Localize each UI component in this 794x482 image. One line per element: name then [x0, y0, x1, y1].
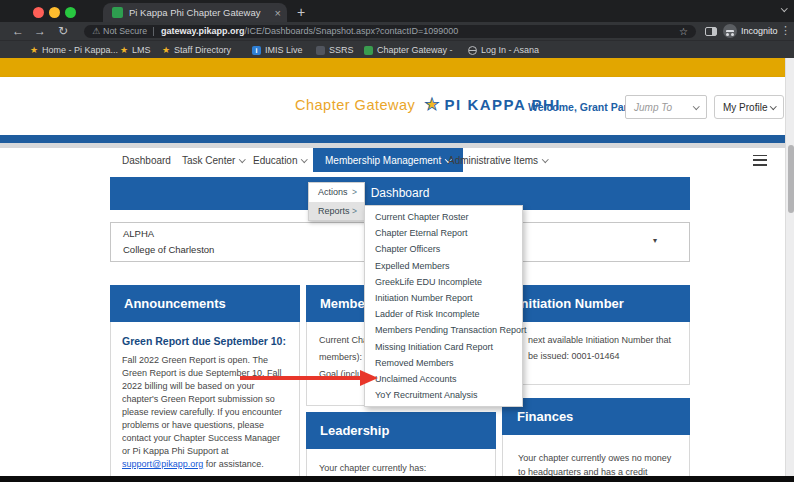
bookmark-lms[interactable]: ★ LMS: [120, 41, 151, 59]
finances-card-header: Finances: [502, 398, 690, 435]
my-profile-button[interactable]: My Profile: [714, 95, 784, 119]
window-bottom-edge: [0, 476, 794, 482]
browser-menu-icon[interactable]: ⋮: [780, 24, 791, 37]
nav-item-education[interactable]: Education: [253, 148, 307, 172]
bookmark-ssrs[interactable]: SSRS: [316, 41, 354, 59]
chapter-gateway-icon: [364, 46, 373, 55]
submenu-item-chapter-officers[interactable]: Chapter Officers: [365, 241, 522, 257]
chapter-code: ALPHA: [123, 228, 154, 239]
submenu-arrow-icon: >: [352, 187, 357, 197]
submenu-item-unclaimed-accounts[interactable]: Unclaimed Accounts: [365, 371, 522, 387]
reload-icon[interactable]: ↻: [58, 24, 68, 38]
jump-to-select[interactable]: Jump To: [625, 95, 707, 119]
site-favicon-icon: [112, 7, 123, 18]
url-path: /ICE/Dashboards/Snapshot.aspx?contactID=…: [244, 26, 673, 36]
bookmarks-bar: ★ Home - Pi Kappa... ★ LMS ★ Staff Direc…: [0, 40, 794, 58]
bookmark-imis-live[interactable]: i IMIS Live: [252, 41, 303, 59]
not-secure-warning-icon: ⚠: [92, 26, 100, 36]
submenu-item-chapter-eternal-report[interactable]: Chapter Eternal Report: [365, 225, 522, 241]
support-email-link[interactable]: support@pikapp.org: [122, 459, 203, 469]
incognito-icon: [723, 24, 737, 38]
chevron-down-icon: [693, 103, 699, 109]
brand-logo[interactable]: Chapter Gateway ★ PI KAPPA PHI: [295, 96, 561, 113]
page-scrollbar[interactable]: [785, 58, 794, 477]
nav-item-administrative-items[interactable]: Administrative Items: [448, 148, 548, 172]
window-zoom-icon[interactable]: [65, 7, 76, 18]
reports-submenu: Current Chapter Roster Chapter Eternal R…: [364, 205, 523, 407]
bookmark-asana[interactable]: Log In - Asana: [468, 41, 539, 59]
submenu-item-greeklife-edu-incomplete[interactable]: GreekLife EDU Incomplete: [365, 274, 522, 290]
leadership-card-header: Leadership: [306, 412, 496, 449]
chevron-down-icon: [302, 156, 308, 162]
tab-close-icon[interactable]: ×: [275, 7, 281, 19]
url-bar[interactable]: ⚠ Not Secure gateway.pikapp.org /ICE/Das…: [84, 25, 696, 39]
announcement-heading: Green Report due September 10:: [122, 335, 288, 347]
submenu-item-initiation-number-report[interactable]: Initiation Number Report: [365, 290, 522, 306]
page-title: Dashboard: [371, 186, 430, 200]
submenu-item-current-chapter-roster[interactable]: Current Chapter Roster: [365, 209, 522, 225]
red-annotation-arrow: [238, 368, 380, 388]
url-separator: [153, 27, 154, 36]
submenu-item-missing-initiation-card-report[interactable]: Missing Initiation Card Report: [365, 339, 522, 355]
scrollbar-thumb[interactable]: [788, 145, 794, 213]
menu-item-reports[interactable]: Reports >: [309, 202, 364, 221]
hamburger-menu-icon[interactable]: [753, 155, 767, 166]
side-panel-icon[interactable]: [705, 27, 717, 36]
pi-kappa-phi-star-icon: ★: [424, 96, 439, 113]
submenu-item-members-pending-transaction-report[interactable]: Members Pending Transaction Report: [365, 322, 522, 338]
incognito-badge: Incognito: [723, 24, 778, 39]
brand-script-text: Chapter Gateway: [295, 97, 415, 113]
initiation-number-card-header: Initiation Number: [502, 285, 690, 322]
submenu-item-expelled-members[interactable]: Expelled Members: [365, 258, 522, 274]
site-nav: Dashboard Task Center Education Membersh…: [97, 148, 697, 172]
nav-item-dashboard[interactable]: Dashboard: [122, 148, 171, 172]
url-domain: gateway.pikapp.org: [161, 26, 244, 36]
tab-search-chevron-icon[interactable]: [781, 5, 787, 11]
bookmark-star-icon: ★: [30, 45, 38, 55]
bookmark-star-icon: ★: [120, 45, 128, 55]
chevron-down-icon: ▾: [653, 236, 657, 245]
window-minimize-icon[interactable]: [49, 7, 60, 18]
nav-item-membership-management[interactable]: Membership Management: [313, 148, 463, 172]
bookmark-chapter-gateway[interactable]: Chapter Gateway -: [364, 41, 453, 59]
back-icon[interactable]: ←: [12, 24, 24, 38]
browser-window: Pi Kappa Phi Chapter Gateway × + ← → ↻ ⚠…: [0, 0, 794, 482]
imis-icon: i: [252, 46, 261, 55]
submenu-arrow-icon: >: [352, 206, 357, 216]
menu-item-actions[interactable]: Actions >: [309, 183, 364, 202]
bookmark-star-icon: ★: [162, 45, 170, 55]
initiation-number-card-body: next available Initiation Number that be…: [502, 322, 690, 385]
submenu-item-removed-members[interactable]: Removed Members: [365, 355, 522, 371]
submenu-item-ladder-of-risk-incomplete[interactable]: Ladder of Risk Incomplete: [365, 306, 522, 322]
blue-accent-bar: [0, 135, 794, 143]
forward-icon[interactable]: →: [34, 24, 46, 38]
finances-card-body: Your chapter currently owes no money to …: [502, 435, 690, 482]
chevron-down-icon: [770, 103, 776, 109]
new-tab-button[interactable]: +: [297, 3, 305, 21]
submenu-item-yoy-recruitment-analysis[interactable]: YoY Recruitment Analysis: [365, 387, 522, 403]
ssrs-icon: [316, 46, 325, 55]
globe-icon: [468, 46, 477, 55]
incognito-label: Incognito: [741, 26, 778, 36]
bookmark-home[interactable]: ★ Home - Pi Kappa...: [30, 41, 118, 59]
tab-strip: Pi Kappa Phi Chapter Gateway × +: [0, 0, 794, 22]
membership-management-dropdown: Actions > Reports >: [308, 182, 365, 221]
chapter-school: College of Charleston: [123, 244, 214, 255]
bookmark-star-icon[interactable]: ☆: [679, 26, 688, 37]
chevron-down-icon: [239, 156, 245, 162]
gold-accent-bar: [0, 58, 794, 77]
nav-item-task-center[interactable]: Task Center: [182, 148, 245, 172]
announcements-card-header: Announcements: [110, 285, 300, 322]
chevron-down-icon: [542, 156, 548, 162]
tab-title: Pi Kappa Phi Chapter Gateway: [129, 7, 271, 18]
browser-tab[interactable]: Pi Kappa Phi Chapter Gateway ×: [103, 3, 287, 22]
announcements-card-body: Green Report due September 10: Fall 2022…: [110, 322, 300, 482]
window-close-icon[interactable]: [33, 7, 44, 18]
bookmark-staff-directory[interactable]: ★ Staff Directory: [162, 41, 231, 59]
security-label: Not Secure: [103, 26, 147, 36]
